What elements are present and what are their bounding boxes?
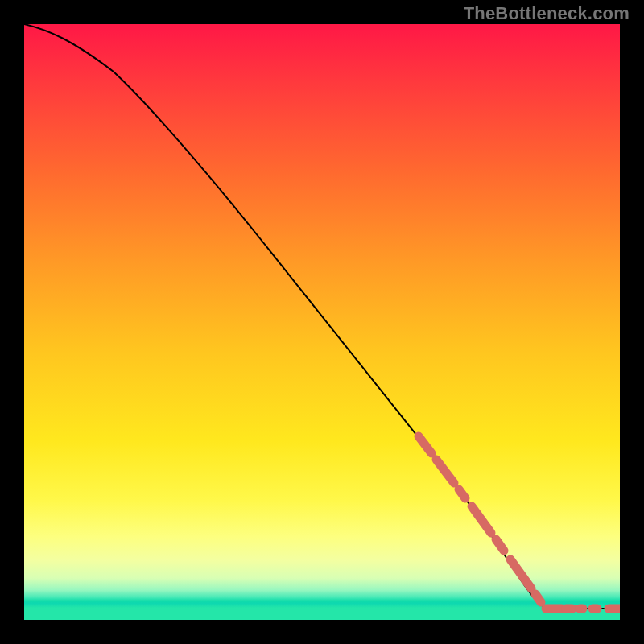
curve-layer	[24, 24, 620, 620]
chart-frame: TheBottleneck.com	[0, 0, 644, 644]
bottleneck-curve	[24, 24, 620, 609]
svg-line-4	[496, 539, 504, 551]
plot-area	[24, 24, 620, 620]
branding-label: TheBottleneck.com	[464, 3, 630, 24]
svg-line-6	[535, 594, 541, 602]
svg-line-3	[472, 506, 491, 533]
svg-line-2	[459, 489, 465, 498]
svg-line-0	[419, 436, 431, 453]
svg-line-5	[510, 559, 531, 588]
dashed-overlay-descending	[419, 436, 541, 602]
svg-line-1	[436, 460, 454, 483]
